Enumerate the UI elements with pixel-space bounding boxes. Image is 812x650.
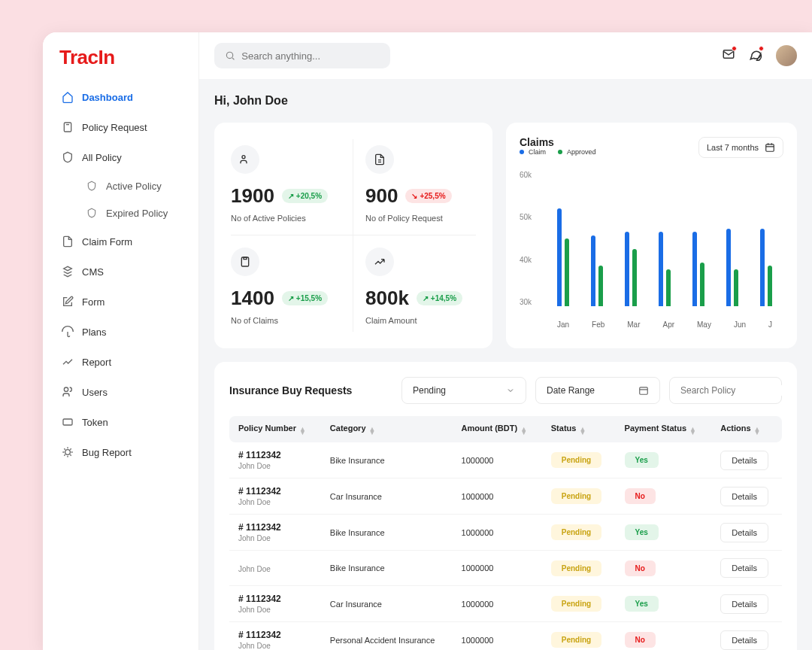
status-badge: Pending — [551, 452, 601, 468]
sidebar-item-users[interactable]: Users — [53, 378, 188, 406]
sidebar-item-plans[interactable]: Plans — [53, 317, 188, 346]
shield-x-icon — [85, 206, 98, 220]
stat-label: No of Active Policies — [231, 214, 341, 223]
stat-claim-amount: 800k ↗ +14,5% Claim Amount — [353, 235, 476, 332]
chart-legend: Claim Approved — [520, 148, 596, 156]
brand-logo: TracIn — [43, 46, 198, 83]
sidebar-item-dashboard[interactable]: Dashboard — [53, 83, 188, 111]
search-icon — [225, 50, 235, 62]
sidebar-item-claim-form[interactable]: Claim Form — [53, 227, 188, 256]
cell-amount: 1000000 — [453, 551, 542, 586]
table-row: # 1112342John DoePersonal Accident Insur… — [229, 622, 782, 651]
svg-rect-7 — [241, 257, 248, 266]
svg-point-6 — [242, 156, 245, 159]
sidebar-item-token[interactable]: Token — [53, 408, 188, 436]
y-axis: 60k 50k 40k 30k — [520, 171, 542, 306]
details-button[interactable]: Details — [720, 594, 768, 614]
legend-approved: Approved — [558, 148, 596, 156]
sidebar-item-label: Bug Report — [82, 447, 132, 458]
svg-point-1 — [64, 387, 68, 391]
col-payment[interactable]: Payment Status▲▼ — [616, 416, 712, 442]
table-row: # 1112342John DoeCar Insurance1000000Pen… — [229, 478, 782, 515]
search-box[interactable] — [214, 43, 390, 68]
sidebar-item-expired-policy[interactable]: Expired Policy — [77, 200, 188, 226]
col-category[interactable]: Category▲▼ — [321, 416, 453, 442]
stat-value: 800k — [365, 287, 409, 310]
sidebar-item-label: Dashboard — [82, 92, 133, 103]
svg-rect-8 — [766, 144, 774, 151]
date-filter[interactable]: Date Range — [535, 377, 660, 404]
policy-holder: John Doe — [238, 534, 312, 542]
details-button[interactable]: Details — [720, 630, 768, 650]
search-policy-box[interactable] — [669, 377, 782, 404]
sidebar-item-bug-report[interactable]: Bug Report — [53, 438, 188, 466]
policy-number: # 1112342 — [238, 450, 312, 460]
payment-badge: Yes — [625, 524, 659, 540]
bar-claim — [692, 232, 697, 306]
cell-category: Bike Insurance — [321, 515, 453, 551]
sidebar-item-form[interactable]: Form — [53, 287, 188, 316]
sidebar-item-active-policy[interactable]: Active Policy — [77, 173, 188, 199]
mail-button[interactable] — [722, 47, 735, 64]
x-label: Mar — [627, 320, 640, 329]
sidebar-item-report[interactable]: Report — [53, 348, 188, 376]
stat-value: 900 — [365, 184, 398, 208]
stat-label: No of Claims — [231, 316, 341, 325]
layers-icon — [61, 265, 74, 278]
table-row: # 1112342John DoeBike Insurance1000000Pe… — [229, 442, 782, 478]
bar-group — [726, 229, 738, 307]
search-policy-input[interactable] — [680, 385, 793, 396]
svg-rect-0 — [64, 123, 71, 132]
x-label: Jan — [557, 320, 569, 329]
stat-active-policies: 1900 ↗ +20,5% No of Active Policies — [231, 139, 353, 235]
bar-approved — [598, 266, 603, 306]
svg-point-4 — [226, 52, 232, 58]
sidebar-item-label: Report — [82, 357, 111, 368]
details-button[interactable]: Details — [720, 487, 768, 506]
sidebar-item-all-policy[interactable]: All Policy — [53, 143, 188, 172]
details-button[interactable]: Details — [720, 558, 768, 578]
chart-filter-button[interactable]: Last 7 months — [698, 137, 783, 158]
sort-icon: ▲▼ — [299, 427, 306, 435]
status-badge: Pending — [551, 632, 601, 648]
cell-amount: 1000000 — [453, 515, 542, 551]
sidebar-item-cms[interactable]: CMS — [53, 257, 188, 286]
col-actions[interactable]: Actions▲▼ — [711, 416, 782, 442]
sidebar: TracIn Dashboard Policy Request All Poli… — [43, 32, 199, 650]
status-filter[interactable]: Pending — [401, 377, 526, 404]
table-card: Insurance Buy Requests Pending Date Rang… — [214, 362, 797, 650]
sidebar-item-label: All Policy — [82, 152, 122, 163]
search-input[interactable] — [241, 50, 380, 62]
sidebar-item-label: Expired Policy — [106, 208, 168, 219]
avatar[interactable] — [776, 45, 797, 66]
stat-change: ↗ +15,5% — [282, 291, 328, 305]
cell-amount: 1000000 — [453, 478, 542, 515]
cell-category: Car Insurance — [321, 586, 453, 622]
details-button[interactable]: Details — [720, 523, 768, 542]
chart-card: Claims Claim Approved Last 7 months — [506, 123, 797, 348]
chat-button[interactable] — [749, 47, 762, 64]
payment-badge: No — [625, 632, 656, 648]
sidebar-item-label: Claim Form — [82, 236, 132, 248]
stat-value: 1400 — [231, 287, 274, 310]
file-icon — [365, 145, 394, 174]
file-icon — [61, 235, 74, 248]
bar-approved — [666, 269, 671, 307]
col-status[interactable]: Status▲▼ — [542, 416, 616, 442]
cell-category: Car Insurance — [321, 478, 453, 515]
sidebar-item-policy-request[interactable]: Policy Request — [53, 113, 188, 141]
bar-approved — [632, 249, 637, 307]
bar-group — [760, 229, 772, 307]
cell-amount: 1000000 — [453, 622, 542, 651]
sort-icon: ▲▼ — [369, 427, 376, 435]
clipboard-icon — [231, 248, 259, 276]
bar-approved — [700, 263, 704, 307]
col-amount[interactable]: Amount (BDT)▲▼ — [453, 416, 542, 442]
col-policy[interactable]: Policy Number▲▼ — [229, 416, 321, 442]
details-button[interactable]: Details — [720, 451, 768, 470]
bar-approved — [768, 266, 772, 306]
sidebar-item-label: Policy Request — [82, 122, 147, 133]
policy-holder: John Doe — [238, 642, 312, 650]
x-label: Jun — [734, 320, 746, 329]
trending-icon — [61, 355, 74, 369]
